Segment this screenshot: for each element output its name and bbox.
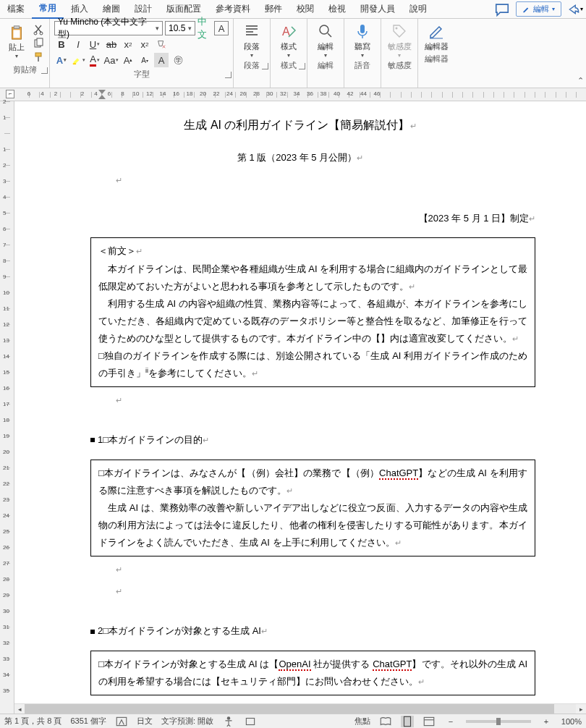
- paste-label: 貼上: [9, 42, 25, 53]
- document-page[interactable]: 生成 AI の利用ガイドライン【簡易解説付】↵ 第 1 版（2023 年 5 月…: [22, 101, 579, 714]
- status-page[interactable]: 第 1 頁，共 8 頁: [4, 716, 61, 727]
- macro-record-icon[interactable]: [244, 716, 257, 727]
- font-name-combo[interactable]: Yu Mincho (本文中文字型)▾: [54, 21, 163, 35]
- svg-rect-13: [116, 717, 127, 725]
- web-layout-icon[interactable]: [422, 716, 436, 727]
- grow-font-icon[interactable]: A▴: [121, 53, 135, 67]
- vertical-ruler[interactable]: 2112345678910111213141516171819202122232…: [0, 101, 14, 714]
- status-focus[interactable]: 焦點: [354, 716, 370, 727]
- search-icon: [317, 22, 334, 40]
- svg-rect-17: [424, 717, 434, 725]
- menu-help[interactable]: 說明: [402, 0, 434, 18]
- svg-rect-15: [247, 718, 255, 724]
- font-color-icon[interactable]: A▾: [88, 53, 102, 67]
- zoom-out-button[interactable]: −: [444, 716, 457, 727]
- clear-formatting-icon[interactable]: [154, 37, 169, 51]
- accessibility-icon[interactable]: [222, 716, 235, 727]
- tag-icon: [391, 22, 408, 40]
- section-1-heading: 1□本ガイドラインの目的↵: [90, 431, 579, 449]
- menu-developer[interactable]: 開發人員: [353, 0, 402, 18]
- spellcheck-status-icon[interactable]: [115, 716, 128, 727]
- text-effects-icon[interactable]: A▾: [54, 53, 69, 67]
- print-layout-icon[interactable]: [401, 716, 414, 727]
- section-2-box: □本ガイドラインが対象とする生成 AI は【OpenAI 社が提供する Chat…: [90, 651, 535, 695]
- status-language[interactable]: 日文: [137, 716, 153, 727]
- preface-box: ＜前文＞↵ 本ガイドラインは、民間企業や各種組織が生成 AI を利用する場合に組…: [90, 237, 535, 387]
- paragraph-group-label: 段落: [238, 59, 266, 72]
- edit-mode-label: 編輯: [533, 4, 549, 14]
- svg-rect-7: [35, 53, 41, 56]
- menu-mailings[interactable]: 郵件: [258, 0, 289, 18]
- copy-icon[interactable]: [32, 38, 45, 49]
- sensitivity-btn-label: 敏感度: [388, 41, 412, 52]
- zoom-level[interactable]: 100%: [561, 717, 582, 726]
- phonetic-guide-icon[interactable]: 中文: [198, 21, 212, 35]
- edit-mode-button[interactable]: 編輯 ▾: [516, 1, 561, 17]
- superscript-button[interactable]: x2: [137, 37, 152, 51]
- doc-title: 生成 AI の利用ガイドライン【簡易解説付】↵: [22, 114, 579, 136]
- zoom-slider[interactable]: [466, 720, 531, 723]
- dictate-group-label: 語音: [349, 59, 376, 72]
- subscript-button[interactable]: x2: [121, 37, 135, 51]
- sec2-p1: □本ガイドラインが対象とする生成 AI は【OpenAI 社が提供する Chat…: [98, 656, 527, 690]
- change-case-icon[interactable]: Aa▾: [104, 53, 119, 67]
- italic-button[interactable]: I: [71, 37, 85, 51]
- pen-icon: [522, 5, 530, 13]
- editing-button[interactable]: 編輯 ▾: [312, 21, 339, 59]
- styles-icon: A: [280, 22, 297, 40]
- page-viewport[interactable]: 生成 AI の利用ガイドライン【簡易解説付】↵ 第 1 版（2023 年 5 月…: [14, 101, 586, 714]
- horizontal-scrollbar[interactable]: ◂ ▸: [14, 703, 586, 714]
- comments-icon[interactable]: [493, 2, 511, 17]
- zoom-in-button[interactable]: +: [540, 716, 553, 727]
- menu-review[interactable]: 校閱: [289, 0, 321, 18]
- strikethrough-button[interactable]: ab: [104, 37, 119, 51]
- cut-icon[interactable]: [32, 24, 45, 35]
- ribbon-group-clipboard: 貼上 ▾ 剪貼簿: [0, 19, 50, 88]
- enclose-char-icon[interactable]: ㊫: [171, 53, 185, 67]
- font-size-combo[interactable]: 10.5▾: [165, 21, 195, 35]
- status-text-predict[interactable]: 文字預測: 開啟: [161, 716, 213, 727]
- collapse-ribbon-icon[interactable]: ⌃: [577, 76, 584, 85]
- document-area: 2112345678910111213141516171819202122232…: [0, 101, 586, 714]
- highlight-icon[interactable]: ▾: [71, 53, 85, 67]
- menu-view[interactable]: 檢視: [321, 0, 353, 18]
- tab-selector[interactable]: ⌐: [6, 90, 14, 98]
- editor-button[interactable]: 編輯器: [422, 21, 450, 52]
- sec1-p1: □本ガイドラインは、みなさんが【（例）会社】の業務で【（例）ChatGPT】など…: [98, 465, 527, 499]
- paste-button[interactable]: 貼上 ▾: [4, 21, 29, 59]
- svg-rect-16: [404, 716, 410, 727]
- format-painter-icon[interactable]: [32, 51, 45, 63]
- shrink-font-icon[interactable]: A▾: [137, 53, 152, 67]
- paragraph-icon: [243, 22, 260, 40]
- dictate-button[interactable]: 聽寫 ▾: [349, 21, 376, 59]
- status-word-count[interactable]: 6351 個字: [70, 716, 106, 727]
- preface-p2: 利用する生成 AI の内容や組織の性質、業務内容等によって、各組織が、本ガイドラ…: [98, 295, 527, 347]
- svg-rect-1: [14, 26, 19, 29]
- menu-file[interactable]: 檔案: [0, 0, 32, 18]
- read-mode-icon[interactable]: [379, 716, 392, 727]
- styles-button[interactable]: A 樣式 ▾: [275, 21, 302, 59]
- horizontal-ruler[interactable]: ⌐ 64224681012141618202224262830323436384…: [0, 88, 586, 101]
- ribbon-group-paragraph: 段落 ▾ 段落: [234, 19, 271, 88]
- ribbon-group-dictate: 聽寫 ▾ 語音: [344, 19, 381, 88]
- bold-button[interactable]: B: [54, 37, 69, 51]
- first-line-indent[interactable]: [98, 90, 106, 94]
- paragraph-button[interactable]: 段落 ▾: [238, 21, 266, 59]
- character-border-icon[interactable]: A: [214, 21, 229, 35]
- ribbon-group-styles: A 樣式 ▾ 樣式: [271, 19, 307, 88]
- font-group-label: 字型: [54, 67, 229, 81]
- scroll-thumb[interactable]: [25, 704, 554, 714]
- paragraph-btn-label: 段落: [244, 41, 260, 52]
- dictate-btn-label: 聽寫: [354, 41, 370, 52]
- scroll-left-icon[interactable]: ◂: [14, 704, 25, 714]
- svg-rect-6: [37, 38, 43, 46]
- underline-button[interactable]: U▾: [88, 37, 102, 51]
- hanging-indent[interactable]: [98, 95, 106, 99]
- share-icon[interactable]: ▾: [566, 2, 584, 17]
- menu-references[interactable]: 參考資料: [208, 0, 258, 18]
- char-shading-icon[interactable]: A: [154, 53, 169, 67]
- doc-version: 第 1 版（2023 年 5 月公開）↵: [22, 149, 579, 167]
- svg-text:A: A: [282, 25, 290, 38]
- sensitivity-button[interactable]: 敏感度 ▾: [386, 21, 413, 59]
- scroll-right-icon[interactable]: ▸: [576, 704, 586, 714]
